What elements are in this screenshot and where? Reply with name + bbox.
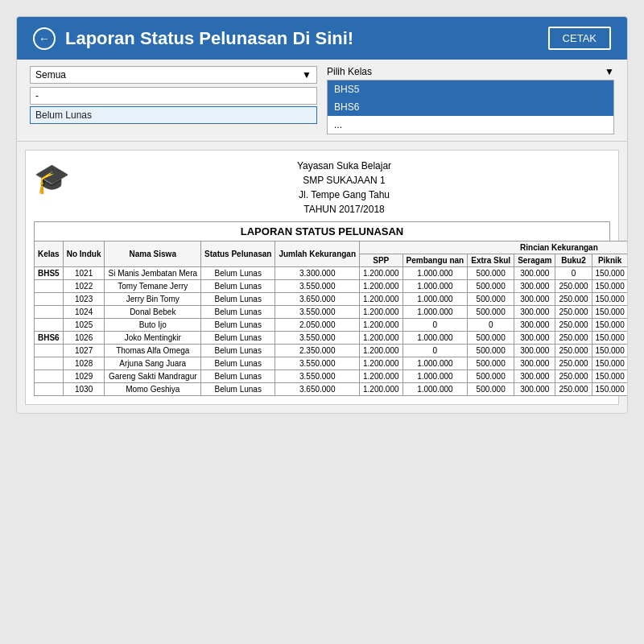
col-nama: Nama Siswa <box>105 242 201 267</box>
col-status: Status Pelunasan <box>201 242 275 267</box>
col-piknik: Piknik <box>592 254 628 267</box>
table-row: 1024Donal BebekBelum Lunas3.550.0001.200… <box>35 306 629 319</box>
header-left: ← Laporan Status Pelunasan Di Sini! <box>33 27 353 50</box>
table-row: 1028Arjuna Sang JuaraBelum Lunas3.550.00… <box>35 357 629 370</box>
school-unit: SMP SUKAJAAN 1 <box>78 173 610 188</box>
filter-semua-icon: ▼ <box>302 69 312 80</box>
page-title: Laporan Status Pelunasan Di Sini! <box>65 28 353 49</box>
filter-left: Semua ▼ - Belum Lunas <box>30 66 317 134</box>
school-year: TAHUN 2017/2018 <box>78 202 610 217</box>
col-seragam: Seragam <box>514 254 555 267</box>
kelas-item-bhs5[interactable]: BHS5 <box>328 80 613 98</box>
report-area: 🎓 Yayasan Suka Belajar SMP SUKAJAAN 1 Jl… <box>25 150 619 405</box>
filter-dash: - <box>35 90 39 101</box>
filter-status: Belum Lunas <box>35 109 92 121</box>
col-pembangunan: Pembangu nan <box>402 254 468 267</box>
table-row: 1029Gareng Sakti MandragurBelum Lunas3.5… <box>35 370 629 383</box>
table-row: BHS61026Joko MentingkirBelum Lunas3.550.… <box>35 332 629 345</box>
school-info: Yayasan Suka Belajar SMP SUKAJAAN 1 Jl. … <box>78 159 610 217</box>
table-row: 1030Momo GeshiyaBelum Lunas3.650.0001.20… <box>35 383 629 396</box>
col-kelas: Kelas <box>35 242 64 267</box>
col-extra: Extra Skul <box>468 254 514 267</box>
kelas-item-more[interactable]: ... <box>328 116 613 134</box>
filter-semua-label: Semua <box>35 69 66 80</box>
school-name: Yayasan Suka Belajar <box>78 159 610 173</box>
filter-right: Pilih Kelas ▼ BHS5 BHS6 ... <box>327 66 614 134</box>
col-jumlah: Jumlah Kekurangan <box>275 242 360 267</box>
table-row: 1025Buto IjoBelum Lunas2.050.0001.200.00… <box>35 319 629 332</box>
school-header: 🎓 Yayasan Suka Belajar SMP SUKAJAAN 1 Jl… <box>34 159 610 217</box>
app-container: ← Laporan Status Pelunasan Di Sini! CETA… <box>16 16 628 414</box>
table-row: 1023Jerry Bin TomyBelum Lunas3.650.0001.… <box>35 293 629 306</box>
filter-area: Semua ▼ - Belum Lunas Pilih Kelas ▼ BHS5… <box>17 60 627 142</box>
kelas-item-bhs6[interactable]: BHS6 <box>328 98 613 116</box>
table-row: BHS51021Si Manis Jembatan MeraBelum Luna… <box>35 267 629 280</box>
cetak-button[interactable]: CETAK <box>548 27 611 50</box>
school-logo: 🎓 <box>34 162 70 196</box>
table-row: 1027Thomas Alfa OmegaBelum Lunas2.350.00… <box>35 345 629 357</box>
filter-kelas-icon: ▼ <box>605 66 614 77</box>
report-title: LAPORAN STATUS PELUNASAN <box>34 221 610 241</box>
header: ← Laporan Status Pelunasan Di Sini! CETA… <box>17 17 627 60</box>
col-no-induk: No Induk <box>63 242 105 267</box>
back-button[interactable]: ← <box>33 27 56 50</box>
kelas-list: BHS5 BHS6 ... <box>327 80 614 134</box>
report-table: Kelas No Induk Nama Siswa Status Pelunas… <box>34 241 628 396</box>
col-buku2: Buku2 <box>555 254 592 267</box>
table-row: 1022Tomy Temane JerryBelum Lunas3.550.00… <box>35 280 629 293</box>
filter-kelas-label: Pilih Kelas <box>327 66 372 77</box>
school-address: Jl. Tempe Gang Tahu <box>78 188 610 202</box>
col-rincian: Rincian Kekurangan <box>360 242 628 254</box>
col-spp: SPP <box>360 254 403 267</box>
